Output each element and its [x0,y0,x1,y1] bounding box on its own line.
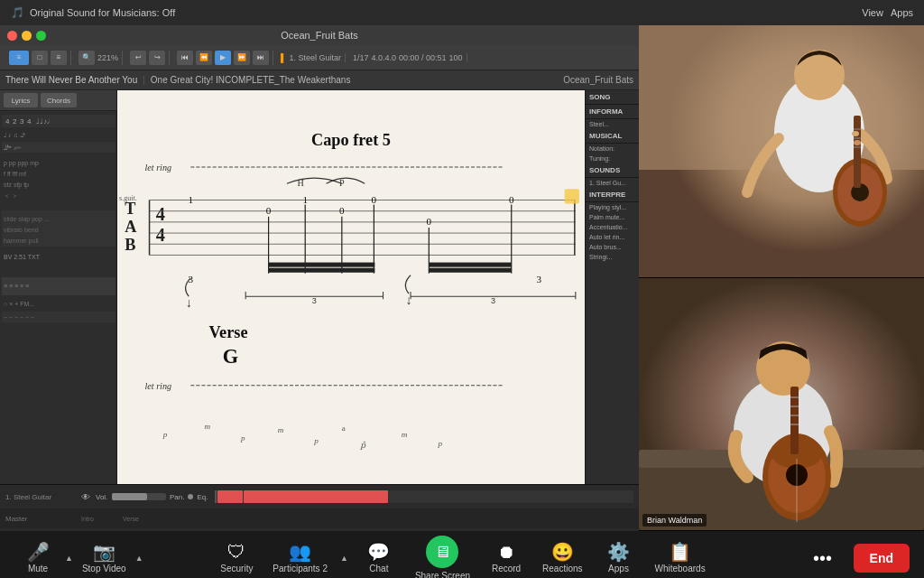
video-chevron[interactable]: ▲ [135,554,143,563]
sheet-music-area[interactable]: Capo fret 5 let ring T A B s.guit. 4 4 [117,90,585,484]
svg-text:≡ ≡ ≡ ≡ ≡: ≡ ≡ ≡ ≡ ≡ [4,283,29,289]
redo-btn[interactable]: ↪ [149,51,165,65]
share-screen-button[interactable]: 🖥 Share Screen [410,532,476,578]
participants-button[interactable]: 👥 Participants 2 [267,539,333,577]
lyrics-btn[interactable]: Lyrics [4,93,38,107]
record-label: Record [492,564,521,573]
svg-text:p: p [162,430,168,439]
mute-eye-icon[interactable]: 👁 [81,492,92,502]
reactions-button[interactable]: 😀 Reactions [537,539,587,577]
security-label: Security [220,564,253,573]
pan-knob[interactable] [188,494,193,499]
security-button[interactable]: 🛡 Security [213,539,260,577]
svg-text:3: 3 [188,274,193,284]
mute-chevron[interactable]: ▲ [65,554,73,563]
svg-rect-98 [854,116,861,188]
music-sidebar: Lyrics Chords 4 2 3 4 ♩♩♪𝅗𝅥 [0,90,117,484]
rewind-btn[interactable]: ⏪ [196,51,212,65]
share-screen-icon-wrap: 🖥 [426,536,458,568]
svg-text:m: m [402,430,408,439]
skip-end-btn[interactable]: ⏭ [253,51,269,65]
track-name-label: 1. Steel Guitar [289,53,341,62]
apps-button[interactable]: Apps [891,7,913,18]
position-section: 1/17 4.0.4.0 00:00 / 00:51 100 [349,53,467,62]
song-name-label: There Will Never Be Another You [5,75,137,85]
close-window-btn[interactable] [7,31,17,41]
svg-text:4: 4 [156,225,165,245]
page-btn[interactable]: □ [32,51,48,65]
song-section: SONG [586,90,639,105]
svg-text:p  pp  ppp  mp: p pp ppp mp [4,160,39,167]
whiteboards-button[interactable]: 📋 Whiteboards [650,539,711,577]
svg-point-102 [852,131,859,136]
svg-text:T: T [125,200,135,218]
original-sound-label: Original Sound for Musicians: Off [30,7,175,18]
minimize-window-btn[interactable] [22,31,32,41]
palm-mute-label: Palm mute... [586,212,639,222]
scroll-btn[interactable]: ≡ [51,51,67,65]
music-app-title: Ocean_Fruit Bats [281,30,358,41]
svg-rect-115 [790,387,799,454]
svg-rect-65 [429,263,511,267]
svg-text:~ ~ ~ ~ ~ ~: ~ ~ ~ ~ ~ ~ [4,314,34,321]
pan-label: Pan. [170,493,184,501]
fast-forward-btn[interactable]: ⏩ [234,51,250,65]
svg-text:m: m [278,425,284,434]
steel-main-label: 1. Steel Gu... [586,178,639,188]
edit-section: ↩ ↪ [126,51,170,65]
play-btn[interactable]: ▶ [215,51,231,65]
svg-text:＜  ＞: ＜ ＞ [4,192,18,199]
svg-text:↓: ↓ [186,295,192,310]
notation-btn[interactable]: ≡ [9,51,29,65]
skip-start-btn[interactable]: ⏮ [177,51,193,65]
svg-text:f  ff  fff  mf: f ff fff mf [4,171,26,177]
screen-share: Ocean_Fruit Bats ≡ □ ≡ 🔍 221% ↩ ↪ [0,25,639,531]
view-button[interactable]: View [862,7,883,18]
more-options-button[interactable]: ••• [799,545,846,571]
svg-text:0: 0 [266,205,272,216]
apps-icon: ⚙️ [607,543,630,561]
music-timeline: 1. Steel Guitar 👁 Vol. Pan. Eq. [0,484,639,531]
shield-icon: 🛡 [227,543,245,561]
auto-brush-label: Auto brus... [586,242,639,252]
sheet-music-svg: Capo fret 5 let ring T A B s.guit. 4 4 [117,90,585,484]
share-screen-label: Share Screen [415,571,470,578]
top-bar: 🎵 Original Sound for Musicians: Off View… [0,0,924,25]
end-button[interactable]: End [854,544,910,573]
chords-btn[interactable]: Chords [41,93,77,107]
notation-label: Notation: [586,144,639,154]
participants-chevron[interactable]: ▲ [340,554,348,563]
undo-btn[interactable]: ↩ [130,51,146,65]
svg-text:let ring: let ring [144,381,171,391]
mute-button[interactable]: 🎤 Mute [14,539,61,577]
svg-text:a: a [342,424,346,433]
master-label: Master [5,515,78,523]
stop-video-button[interactable]: 📷 Stop Video [77,539,132,577]
vol-slider[interactable] [112,493,166,500]
svg-rect-27 [117,117,585,457]
svg-rect-64 [269,268,375,273]
participants-icon: 👥 [289,543,311,561]
apps-toolbar-button[interactable]: ⚙️ Apps [596,539,642,577]
svg-text:p: p [313,436,319,445]
eq-label: Eq. [197,493,208,501]
svg-text:1: 1 [188,194,193,205]
bottom-bar: 🎤 Mute ▲ 📷 Stop Video ▲ 🛡 Security 👥 Par… [0,531,924,578]
whiteboard-icon: 📋 [669,543,691,561]
reactions-icon: 😀 [551,543,574,561]
chat-button[interactable]: 💬 Chat [356,539,402,577]
svg-text:3: 3 [312,296,317,305]
svg-point-94 [794,50,845,100]
music-toolbar2: There Will Never Be Another You | One Gr… [0,70,639,90]
time-display: 00:00 / 00:51 [399,53,447,62]
bottom-bar-right: ••• End [729,544,910,573]
intro-segment [217,490,243,503]
maximize-window-btn[interactable] [36,31,46,41]
record-button[interactable]: ⏺ Record [483,539,530,577]
participants-label: Participants 2 [273,564,328,573]
svg-text:↓: ↓ [405,293,411,307]
svg-text:BV 2.51  TXT: BV 2.51 TXT [4,254,41,260]
time-sig-display: 4.0.4.0 [371,53,396,62]
zoom-out-btn[interactable]: 🔍 [79,51,95,65]
verse-segment [244,490,388,503]
